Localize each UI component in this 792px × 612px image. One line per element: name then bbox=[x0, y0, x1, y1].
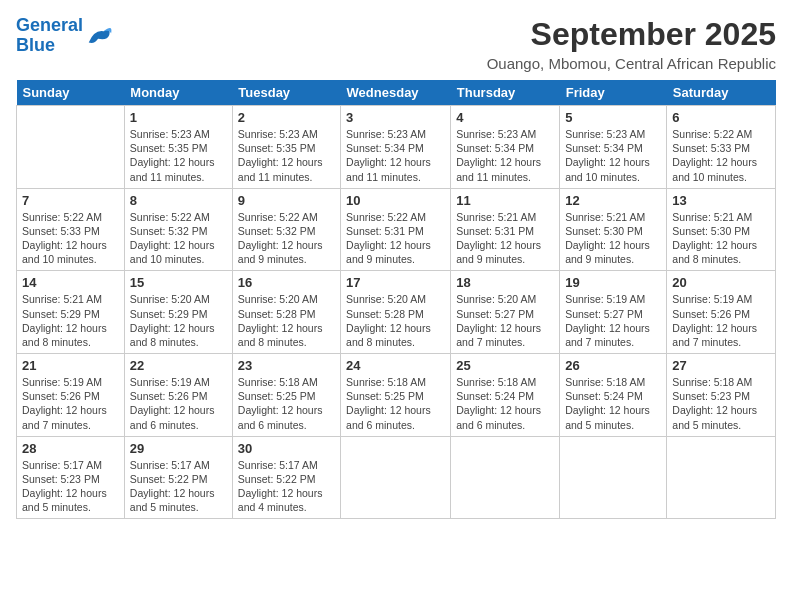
cell-sun-info: Sunrise: 5:19 AM Sunset: 5:27 PM Dayligh… bbox=[565, 292, 661, 349]
calendar-cell bbox=[451, 436, 560, 519]
cell-sun-info: Sunrise: 5:18 AM Sunset: 5:23 PM Dayligh… bbox=[672, 375, 770, 432]
calendar-cell: 8Sunrise: 5:22 AM Sunset: 5:32 PM Daylig… bbox=[124, 188, 232, 271]
calendar-cell: 20Sunrise: 5:19 AM Sunset: 5:26 PM Dayli… bbox=[667, 271, 776, 354]
cell-sun-info: Sunrise: 5:21 AM Sunset: 5:31 PM Dayligh… bbox=[456, 210, 554, 267]
day-header-friday: Friday bbox=[560, 80, 667, 106]
calendar-cell: 16Sunrise: 5:20 AM Sunset: 5:28 PM Dayli… bbox=[232, 271, 340, 354]
calendar-cell bbox=[560, 436, 667, 519]
date-number: 21 bbox=[22, 358, 119, 373]
calendar-cell: 4Sunrise: 5:23 AM Sunset: 5:34 PM Daylig… bbox=[451, 106, 560, 189]
date-number: 16 bbox=[238, 275, 335, 290]
calendar-cell: 29Sunrise: 5:17 AM Sunset: 5:22 PM Dayli… bbox=[124, 436, 232, 519]
date-number: 1 bbox=[130, 110, 227, 125]
week-row-2: 7Sunrise: 5:22 AM Sunset: 5:33 PM Daylig… bbox=[17, 188, 776, 271]
date-number: 28 bbox=[22, 441, 119, 456]
date-number: 6 bbox=[672, 110, 770, 125]
date-number: 5 bbox=[565, 110, 661, 125]
week-row-5: 28Sunrise: 5:17 AM Sunset: 5:23 PM Dayli… bbox=[17, 436, 776, 519]
date-number: 14 bbox=[22, 275, 119, 290]
date-number: 11 bbox=[456, 193, 554, 208]
calendar-table: SundayMondayTuesdayWednesdayThursdayFrid… bbox=[16, 80, 776, 519]
calendar-cell: 6Sunrise: 5:22 AM Sunset: 5:33 PM Daylig… bbox=[667, 106, 776, 189]
title-section: September 2025 Ouango, Mbomou, Central A… bbox=[487, 16, 776, 72]
calendar-cell: 30Sunrise: 5:17 AM Sunset: 5:22 PM Dayli… bbox=[232, 436, 340, 519]
calendar-cell: 18Sunrise: 5:20 AM Sunset: 5:27 PM Dayli… bbox=[451, 271, 560, 354]
calendar-cell: 2Sunrise: 5:23 AM Sunset: 5:35 PM Daylig… bbox=[232, 106, 340, 189]
days-header-row: SundayMondayTuesdayWednesdayThursdayFrid… bbox=[17, 80, 776, 106]
calendar-cell: 5Sunrise: 5:23 AM Sunset: 5:34 PM Daylig… bbox=[560, 106, 667, 189]
logo: General Blue bbox=[16, 16, 113, 56]
week-row-1: 1Sunrise: 5:23 AM Sunset: 5:35 PM Daylig… bbox=[17, 106, 776, 189]
day-header-saturday: Saturday bbox=[667, 80, 776, 106]
month-title: September 2025 bbox=[487, 16, 776, 53]
date-number: 24 bbox=[346, 358, 445, 373]
cell-sun-info: Sunrise: 5:18 AM Sunset: 5:24 PM Dayligh… bbox=[565, 375, 661, 432]
cell-sun-info: Sunrise: 5:19 AM Sunset: 5:26 PM Dayligh… bbox=[22, 375, 119, 432]
calendar-cell: 17Sunrise: 5:20 AM Sunset: 5:28 PM Dayli… bbox=[341, 271, 451, 354]
cell-sun-info: Sunrise: 5:18 AM Sunset: 5:25 PM Dayligh… bbox=[346, 375, 445, 432]
date-number: 18 bbox=[456, 275, 554, 290]
day-header-tuesday: Tuesday bbox=[232, 80, 340, 106]
cell-sun-info: Sunrise: 5:21 AM Sunset: 5:30 PM Dayligh… bbox=[565, 210, 661, 267]
cell-sun-info: Sunrise: 5:22 AM Sunset: 5:32 PM Dayligh… bbox=[130, 210, 227, 267]
calendar-cell: 12Sunrise: 5:21 AM Sunset: 5:30 PM Dayli… bbox=[560, 188, 667, 271]
cell-sun-info: Sunrise: 5:22 AM Sunset: 5:33 PM Dayligh… bbox=[672, 127, 770, 184]
date-number: 26 bbox=[565, 358, 661, 373]
cell-sun-info: Sunrise: 5:17 AM Sunset: 5:22 PM Dayligh… bbox=[130, 458, 227, 515]
cell-sun-info: Sunrise: 5:18 AM Sunset: 5:25 PM Dayligh… bbox=[238, 375, 335, 432]
calendar-cell: 24Sunrise: 5:18 AM Sunset: 5:25 PM Dayli… bbox=[341, 354, 451, 437]
cell-sun-info: Sunrise: 5:20 AM Sunset: 5:28 PM Dayligh… bbox=[346, 292, 445, 349]
date-number: 7 bbox=[22, 193, 119, 208]
calendar-cell: 1Sunrise: 5:23 AM Sunset: 5:35 PM Daylig… bbox=[124, 106, 232, 189]
date-number: 20 bbox=[672, 275, 770, 290]
date-number: 12 bbox=[565, 193, 661, 208]
calendar-cell: 22Sunrise: 5:19 AM Sunset: 5:26 PM Dayli… bbox=[124, 354, 232, 437]
date-number: 3 bbox=[346, 110, 445, 125]
day-header-wednesday: Wednesday bbox=[341, 80, 451, 106]
cell-sun-info: Sunrise: 5:23 AM Sunset: 5:35 PM Dayligh… bbox=[238, 127, 335, 184]
cell-sun-info: Sunrise: 5:21 AM Sunset: 5:30 PM Dayligh… bbox=[672, 210, 770, 267]
calendar-cell: 3Sunrise: 5:23 AM Sunset: 5:34 PM Daylig… bbox=[341, 106, 451, 189]
date-number: 29 bbox=[130, 441, 227, 456]
calendar-cell: 9Sunrise: 5:22 AM Sunset: 5:32 PM Daylig… bbox=[232, 188, 340, 271]
calendar-cell: 14Sunrise: 5:21 AM Sunset: 5:29 PM Dayli… bbox=[17, 271, 125, 354]
date-number: 15 bbox=[130, 275, 227, 290]
calendar-cell: 19Sunrise: 5:19 AM Sunset: 5:27 PM Dayli… bbox=[560, 271, 667, 354]
date-number: 4 bbox=[456, 110, 554, 125]
calendar-cell: 13Sunrise: 5:21 AM Sunset: 5:30 PM Dayli… bbox=[667, 188, 776, 271]
cell-sun-info: Sunrise: 5:21 AM Sunset: 5:29 PM Dayligh… bbox=[22, 292, 119, 349]
cell-sun-info: Sunrise: 5:22 AM Sunset: 5:31 PM Dayligh… bbox=[346, 210, 445, 267]
cell-sun-info: Sunrise: 5:22 AM Sunset: 5:33 PM Dayligh… bbox=[22, 210, 119, 267]
date-number: 2 bbox=[238, 110, 335, 125]
date-number: 23 bbox=[238, 358, 335, 373]
cell-sun-info: Sunrise: 5:23 AM Sunset: 5:34 PM Dayligh… bbox=[565, 127, 661, 184]
date-number: 27 bbox=[672, 358, 770, 373]
day-header-monday: Monday bbox=[124, 80, 232, 106]
cell-sun-info: Sunrise: 5:22 AM Sunset: 5:32 PM Dayligh… bbox=[238, 210, 335, 267]
cell-sun-info: Sunrise: 5:17 AM Sunset: 5:23 PM Dayligh… bbox=[22, 458, 119, 515]
calendar-cell: 26Sunrise: 5:18 AM Sunset: 5:24 PM Dayli… bbox=[560, 354, 667, 437]
calendar-cell: 25Sunrise: 5:18 AM Sunset: 5:24 PM Dayli… bbox=[451, 354, 560, 437]
date-number: 17 bbox=[346, 275, 445, 290]
calendar-cell: 7Sunrise: 5:22 AM Sunset: 5:33 PM Daylig… bbox=[17, 188, 125, 271]
calendar-cell bbox=[341, 436, 451, 519]
location-subtitle: Ouango, Mbomou, Central African Republic bbox=[487, 55, 776, 72]
cell-sun-info: Sunrise: 5:20 AM Sunset: 5:27 PM Dayligh… bbox=[456, 292, 554, 349]
cell-sun-info: Sunrise: 5:19 AM Sunset: 5:26 PM Dayligh… bbox=[130, 375, 227, 432]
date-number: 19 bbox=[565, 275, 661, 290]
cell-sun-info: Sunrise: 5:20 AM Sunset: 5:28 PM Dayligh… bbox=[238, 292, 335, 349]
logo-bird-icon bbox=[85, 22, 113, 50]
calendar-cell: 28Sunrise: 5:17 AM Sunset: 5:23 PM Dayli… bbox=[17, 436, 125, 519]
calendar-cell bbox=[17, 106, 125, 189]
date-number: 10 bbox=[346, 193, 445, 208]
calendar-cell: 11Sunrise: 5:21 AM Sunset: 5:31 PM Dayli… bbox=[451, 188, 560, 271]
cell-sun-info: Sunrise: 5:18 AM Sunset: 5:24 PM Dayligh… bbox=[456, 375, 554, 432]
cell-sun-info: Sunrise: 5:23 AM Sunset: 5:34 PM Dayligh… bbox=[456, 127, 554, 184]
cell-sun-info: Sunrise: 5:23 AM Sunset: 5:35 PM Dayligh… bbox=[130, 127, 227, 184]
calendar-cell: 15Sunrise: 5:20 AM Sunset: 5:29 PM Dayli… bbox=[124, 271, 232, 354]
calendar-cell bbox=[667, 436, 776, 519]
day-header-thursday: Thursday bbox=[451, 80, 560, 106]
page-header: General Blue September 2025 Ouango, Mbom… bbox=[16, 16, 776, 72]
cell-sun-info: Sunrise: 5:23 AM Sunset: 5:34 PM Dayligh… bbox=[346, 127, 445, 184]
date-number: 13 bbox=[672, 193, 770, 208]
